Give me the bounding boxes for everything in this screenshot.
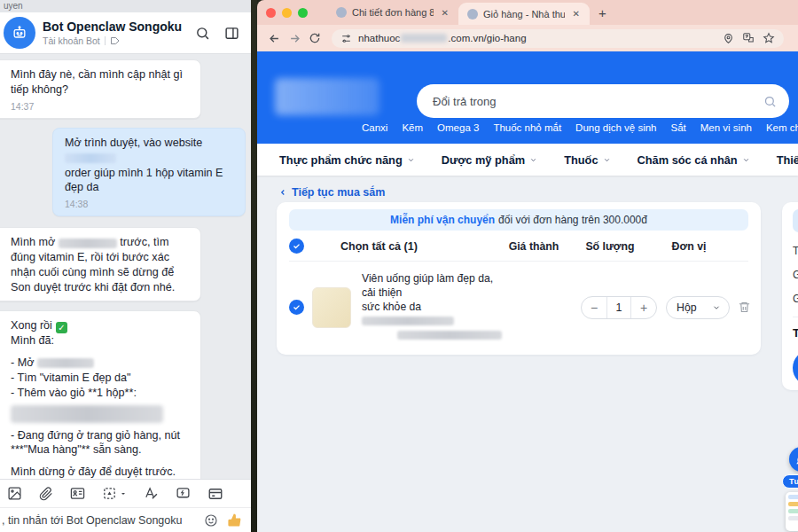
product-image[interactable] xyxy=(312,287,351,328)
robot-icon xyxy=(11,24,28,42)
redacted-text xyxy=(397,331,502,340)
contact-card-icon[interactable] xyxy=(70,486,85,501)
column-unit: Đơn vị xyxy=(653,240,725,253)
search-icon[interactable] xyxy=(763,95,777,108)
voucher-banner[interactable] xyxy=(793,209,798,232)
bot-message: Mình mở trước, tìm đúng vitamin E, rồi t… xyxy=(0,227,201,301)
quick-link[interactable]: Kem chống nắng xyxy=(766,122,798,133)
quick-links: Canxi Kẽm Omega 3 Thuốc nhỏ mắt Dung dịc… xyxy=(362,122,798,133)
bot-avatar[interactable] xyxy=(4,17,35,49)
cart-header-row: Chọn tất cả (1) Giá thành Số lượng Đơn v… xyxy=(289,231,748,262)
category-nav: Thực phẩm chức năng Dược mỹ phẩm Thuốc C… xyxy=(257,144,798,176)
translate-icon[interactable] xyxy=(742,32,755,44)
bot-message: Mình đây nè, cần mình cập nhật gì tiếp k… xyxy=(0,59,201,119)
tab-cart[interactable]: Giỏ hàng - Nhà thuố ✕ xyxy=(458,3,590,25)
nav-cosmetics[interactable]: Dược mỹ phẩm xyxy=(442,153,537,167)
quick-link[interactable]: Dung dịch vệ sinh xyxy=(575,122,656,133)
site-settings-icon[interactable] xyxy=(340,33,352,44)
quick-link[interactable]: Thuốc nhỏ mắt xyxy=(493,122,561,133)
search-icon[interactable] xyxy=(192,23,213,43)
paperclip-icon[interactable] xyxy=(39,487,53,501)
summary-row: Gi xyxy=(793,269,798,281)
order-summary-card: Tổ Gi Gi Th xyxy=(782,202,798,390)
zoom-window-button[interactable] xyxy=(298,8,308,18)
decrease-quantity-button[interactable]: − xyxy=(582,301,606,315)
emoji-icon[interactable] xyxy=(204,513,218,528)
url-text: nhathuoc .com.vn/gio-hang xyxy=(358,33,527,43)
quantity-value: 1 xyxy=(606,297,631,318)
promo-thumbnail[interactable] xyxy=(786,492,798,531)
address-bar[interactable]: nhathuoc .com.vn/gio-hang xyxy=(332,29,784,48)
close-window-button[interactable] xyxy=(266,8,276,18)
window-controls xyxy=(266,8,308,18)
tab-close-icon[interactable]: ✕ xyxy=(439,7,451,19)
consult-badge[interactable]: Tư xyxy=(782,474,798,489)
chevron-down-icon xyxy=(712,303,721,312)
message-input[interactable]: , tin nhắn tới Bot Openclaw Songoku xyxy=(2,514,195,527)
nav-personal-care[interactable]: Chăm sóc cá nhân xyxy=(638,153,750,167)
transfer-card-icon[interactable] xyxy=(207,486,223,502)
product-name[interactable]: Viên uống giúp làm đẹp da, cải thiện sức… xyxy=(353,272,509,342)
tab-order-detail[interactable]: Chi tiết đơn hàng 81 ✕ xyxy=(327,0,458,25)
site-logo[interactable] xyxy=(275,78,379,115)
minimize-window-button[interactable] xyxy=(282,8,292,18)
bot-message: Xong rồi✓ Mình đã: - Mở - Tìm "vitamin E… xyxy=(0,310,201,479)
chat-support-button[interactable] xyxy=(789,447,798,472)
quick-link[interactable]: Canxi xyxy=(362,122,387,133)
redacted-text xyxy=(65,153,116,163)
like-button[interactable] xyxy=(227,512,242,528)
image-icon[interactable] xyxy=(7,486,22,501)
screenshot-icon[interactable] xyxy=(102,486,127,501)
quick-link[interactable]: Sắt xyxy=(671,122,686,133)
quick-message-icon[interactable] xyxy=(176,486,191,501)
summary-total-label: Th xyxy=(793,326,798,340)
quick-link[interactable]: Kẽm xyxy=(402,122,423,133)
delete-item-icon[interactable] xyxy=(738,301,757,314)
divider xyxy=(793,317,798,317)
continue-shopping-link[interactable]: Tiếp tục mua sắm xyxy=(278,186,385,199)
redacted-text xyxy=(59,239,117,248)
reload-icon[interactable] xyxy=(307,30,323,46)
tab-close-icon[interactable]: ✕ xyxy=(570,8,583,20)
tab-bar: Chi tiết đơn hàng 81 ✕ Giỏ hàng - Nhà th… xyxy=(257,0,798,25)
freeship-banner: Miễn phí vận chuyểnđối với đơn hàng trên… xyxy=(289,209,748,231)
chevron-down-icon xyxy=(603,156,611,164)
nav-supplements[interactable]: Thực phẩm chức năng xyxy=(279,153,415,167)
tag-icon xyxy=(110,35,121,46)
forward-icon[interactable] xyxy=(286,30,303,47)
site-search-input[interactable]: Đổi trả trong xyxy=(417,84,789,118)
back-icon[interactable] xyxy=(266,30,283,47)
cart-page: Tiếp tục mua sắm Miễn phí vận chuyểnđối … xyxy=(257,176,798,532)
browser-window: Chi tiết đơn hàng 81 ✕ Giỏ hàng - Nhà th… xyxy=(257,0,798,532)
unit-select[interactable]: Hộp xyxy=(666,296,730,319)
bot-account-label: Tài khoản Bot xyxy=(43,35,100,46)
favicon xyxy=(336,7,347,18)
site-header: Đổi trả trong Canxi Kẽm Omega 3 Thuốc nh… xyxy=(257,51,798,144)
message-list[interactable]: Mình đây nè, cần mình cập nhật gì tiếp k… xyxy=(0,54,251,479)
chevron-down-icon xyxy=(407,156,415,164)
bookmark-star-icon[interactable] xyxy=(763,32,775,44)
increase-quantity-button[interactable]: + xyxy=(631,301,656,315)
item-checkbox[interactable] xyxy=(289,300,304,315)
quick-link[interactable]: Omega 3 xyxy=(437,122,479,133)
location-icon[interactable] xyxy=(723,33,734,44)
summary-row: Tổ xyxy=(793,245,798,257)
nav-medical-devices[interactable]: Thiết bị y tế xyxy=(777,153,798,167)
favicon xyxy=(467,9,478,20)
message-time: 14:37 xyxy=(11,100,191,113)
new-tab-button[interactable]: + xyxy=(598,5,606,20)
webpage: Đổi trả trong Canxi Kẽm Omega 3 Thuốc nh… xyxy=(257,51,798,532)
select-all-label: Chọn tất cả (1) xyxy=(340,240,500,253)
message-time: 14:38 xyxy=(65,198,235,210)
composer-area: , tin nhắn tới Bot Openclaw Songoku xyxy=(0,479,251,532)
desktop-background xyxy=(251,0,257,532)
buy-button[interactable] xyxy=(793,350,798,386)
quick-link[interactable]: Men vi sinh xyxy=(700,122,752,133)
format-text-icon[interactable] xyxy=(144,486,159,501)
nav-medicine[interactable]: Thuốc xyxy=(564,153,610,167)
summary-row: Gi xyxy=(793,293,798,305)
select-all-checkbox[interactable] xyxy=(289,239,304,254)
chat-header: Bot Openclaw Songoku Tài khoản Bot xyxy=(0,12,251,54)
sidebar-toggle-icon[interactable] xyxy=(222,23,242,43)
redacted-text xyxy=(37,358,94,368)
